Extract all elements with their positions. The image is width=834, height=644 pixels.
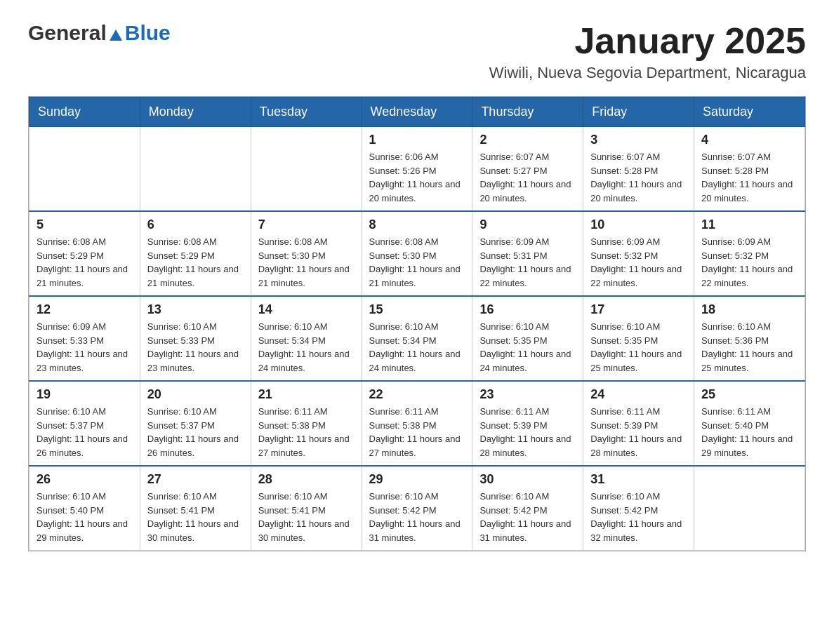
- calendar-cell: 10Sunrise: 6:09 AM Sunset: 5:32 PM Dayli…: [583, 211, 694, 296]
- day-info: Sunrise: 6:07 AM Sunset: 5:28 PM Dayligh…: [701, 150, 797, 205]
- day-info: Sunrise: 6:10 AM Sunset: 5:34 PM Dayligh…: [258, 320, 355, 375]
- day-number: 28: [258, 472, 355, 487]
- header-tuesday: Tuesday: [251, 98, 362, 127]
- calendar-cell: 26Sunrise: 6:10 AM Sunset: 5:40 PM Dayli…: [29, 466, 140, 551]
- header-thursday: Thursday: [472, 98, 583, 127]
- day-number: 14: [258, 302, 355, 317]
- day-info: Sunrise: 6:10 AM Sunset: 5:37 PM Dayligh…: [37, 405, 133, 459]
- day-info: Sunrise: 6:09 AM Sunset: 5:33 PM Dayligh…: [37, 320, 133, 375]
- day-number: 2: [479, 133, 576, 147]
- header-wednesday: Wednesday: [362, 98, 472, 127]
- calendar-cell: 16Sunrise: 6:10 AM Sunset: 5:35 PM Dayli…: [472, 296, 583, 381]
- day-number: 20: [147, 387, 244, 402]
- calendar-cell: 17Sunrise: 6:10 AM Sunset: 5:35 PM Dayli…: [583, 296, 694, 381]
- day-info: Sunrise: 6:10 AM Sunset: 5:34 PM Dayligh…: [369, 320, 465, 375]
- day-info: Sunrise: 6:09 AM Sunset: 5:32 PM Dayligh…: [590, 235, 687, 290]
- logo-icon: [108, 28, 124, 45]
- calendar-cell: 20Sunrise: 6:10 AM Sunset: 5:37 PM Dayli…: [140, 381, 251, 466]
- day-info: Sunrise: 6:10 AM Sunset: 5:37 PM Dayligh…: [147, 405, 244, 459]
- day-number: 13: [147, 302, 244, 317]
- day-info: Sunrise: 6:11 AM Sunset: 5:38 PM Dayligh…: [369, 405, 465, 459]
- day-info: Sunrise: 6:08 AM Sunset: 5:30 PM Dayligh…: [369, 235, 465, 290]
- page-header: General Blue January 2025 Wiwili, Nueva …: [28, 21, 806, 82]
- calendar-cell: 7Sunrise: 6:08 AM Sunset: 5:30 PM Daylig…: [251, 211, 362, 296]
- day-info: Sunrise: 6:10 AM Sunset: 5:40 PM Dayligh…: [37, 490, 133, 544]
- day-info: Sunrise: 6:11 AM Sunset: 5:38 PM Dayligh…: [258, 405, 355, 459]
- calendar-cell: 6Sunrise: 6:08 AM Sunset: 5:29 PM Daylig…: [140, 211, 251, 296]
- calendar-cell: [251, 127, 362, 212]
- calendar-cell: 15Sunrise: 6:10 AM Sunset: 5:34 PM Dayli…: [362, 296, 472, 381]
- day-number: 1: [369, 133, 465, 147]
- day-number: 29: [369, 472, 465, 487]
- day-number: 27: [147, 472, 244, 487]
- day-number: 5: [37, 217, 133, 232]
- calendar-week-row: 5Sunrise: 6:08 AM Sunset: 5:29 PM Daylig…: [29, 211, 805, 296]
- day-info: Sunrise: 6:10 AM Sunset: 5:42 PM Dayligh…: [369, 490, 465, 544]
- calendar-cell: 12Sunrise: 6:09 AM Sunset: 5:33 PM Dayli…: [29, 296, 140, 381]
- calendar-week-row: 19Sunrise: 6:10 AM Sunset: 5:37 PM Dayli…: [29, 381, 805, 466]
- calendar-cell: 29Sunrise: 6:10 AM Sunset: 5:42 PM Dayli…: [362, 466, 472, 551]
- calendar-cell: [694, 466, 805, 551]
- calendar-cell: 11Sunrise: 6:09 AM Sunset: 5:32 PM Dayli…: [694, 211, 805, 296]
- day-number: 26: [37, 472, 133, 487]
- day-number: 23: [479, 387, 576, 402]
- calendar: Sunday Monday Tuesday Wednesday Thursday…: [28, 96, 806, 551]
- calendar-cell: 1Sunrise: 6:06 AM Sunset: 5:26 PM Daylig…: [362, 127, 472, 212]
- calendar-cell: 5Sunrise: 6:08 AM Sunset: 5:29 PM Daylig…: [29, 211, 140, 296]
- day-info: Sunrise: 6:10 AM Sunset: 5:42 PM Dayligh…: [590, 490, 687, 544]
- calendar-cell: 30Sunrise: 6:10 AM Sunset: 5:42 PM Dayli…: [472, 466, 583, 551]
- header-sunday: Sunday: [29, 98, 140, 127]
- day-info: Sunrise: 6:07 AM Sunset: 5:28 PM Dayligh…: [590, 150, 687, 205]
- title-block: January 2025 Wiwili, Nueva Segovia Depar…: [489, 21, 806, 82]
- day-number: 6: [147, 217, 244, 232]
- calendar-cell: 24Sunrise: 6:11 AM Sunset: 5:39 PM Dayli…: [583, 381, 694, 466]
- day-info: Sunrise: 6:09 AM Sunset: 5:31 PM Dayligh…: [479, 235, 576, 290]
- day-info: Sunrise: 6:11 AM Sunset: 5:39 PM Dayligh…: [479, 405, 576, 459]
- day-info: Sunrise: 6:08 AM Sunset: 5:30 PM Dayligh…: [258, 235, 355, 290]
- calendar-cell: 31Sunrise: 6:10 AM Sunset: 5:42 PM Dayli…: [583, 466, 694, 551]
- day-number: 21: [258, 387, 355, 402]
- month-title: January 2025: [489, 21, 806, 61]
- day-number: 19: [37, 387, 133, 402]
- calendar-cell: 25Sunrise: 6:11 AM Sunset: 5:40 PM Dayli…: [694, 381, 805, 466]
- day-info: Sunrise: 6:10 AM Sunset: 5:41 PM Dayligh…: [147, 490, 244, 544]
- calendar-header-row: Sunday Monday Tuesday Wednesday Thursday…: [29, 98, 805, 127]
- day-info: Sunrise: 6:10 AM Sunset: 5:35 PM Dayligh…: [590, 320, 687, 375]
- calendar-cell: [140, 127, 251, 212]
- header-monday: Monday: [140, 98, 251, 127]
- day-number: 10: [590, 217, 687, 232]
- day-number: 9: [479, 217, 576, 232]
- location-title: Wiwili, Nueva Segovia Department, Nicara…: [489, 64, 806, 82]
- calendar-cell: 13Sunrise: 6:10 AM Sunset: 5:33 PM Dayli…: [140, 296, 251, 381]
- calendar-cell: 9Sunrise: 6:09 AM Sunset: 5:31 PM Daylig…: [472, 211, 583, 296]
- calendar-cell: 4Sunrise: 6:07 AM Sunset: 5:28 PM Daylig…: [694, 127, 805, 212]
- calendar-cell: 28Sunrise: 6:10 AM Sunset: 5:41 PM Dayli…: [251, 466, 362, 551]
- day-info: Sunrise: 6:11 AM Sunset: 5:39 PM Dayligh…: [590, 405, 687, 459]
- day-info: Sunrise: 6:10 AM Sunset: 5:33 PM Dayligh…: [147, 320, 244, 375]
- day-number: 11: [701, 217, 797, 232]
- day-info: Sunrise: 6:10 AM Sunset: 5:42 PM Dayligh…: [479, 490, 576, 544]
- day-number: 12: [37, 302, 133, 317]
- calendar-week-row: 12Sunrise: 6:09 AM Sunset: 5:33 PM Dayli…: [29, 296, 805, 381]
- calendar-cell: 22Sunrise: 6:11 AM Sunset: 5:38 PM Dayli…: [362, 381, 472, 466]
- day-number: 17: [590, 302, 687, 317]
- day-number: 24: [590, 387, 687, 402]
- day-info: Sunrise: 6:08 AM Sunset: 5:29 PM Dayligh…: [147, 235, 244, 290]
- day-number: 25: [701, 387, 797, 402]
- calendar-cell: 27Sunrise: 6:10 AM Sunset: 5:41 PM Dayli…: [140, 466, 251, 551]
- day-info: Sunrise: 6:11 AM Sunset: 5:40 PM Dayligh…: [701, 405, 797, 459]
- calendar-cell: 3Sunrise: 6:07 AM Sunset: 5:28 PM Daylig…: [583, 127, 694, 212]
- day-number: 4: [701, 133, 797, 147]
- day-number: 16: [479, 302, 576, 317]
- header-friday: Friday: [583, 98, 694, 127]
- day-number: 18: [701, 302, 797, 317]
- day-number: 7: [258, 217, 355, 232]
- calendar-cell: 18Sunrise: 6:10 AM Sunset: 5:36 PM Dayli…: [694, 296, 805, 381]
- calendar-cell: 8Sunrise: 6:08 AM Sunset: 5:30 PM Daylig…: [362, 211, 472, 296]
- calendar-cell: 2Sunrise: 6:07 AM Sunset: 5:27 PM Daylig…: [472, 127, 583, 212]
- day-number: 3: [590, 133, 687, 147]
- svg-marker-0: [110, 29, 122, 41]
- calendar-cell: [29, 127, 140, 212]
- day-info: Sunrise: 6:10 AM Sunset: 5:36 PM Dayligh…: [701, 320, 797, 375]
- logo-general-text: General: [28, 21, 107, 45]
